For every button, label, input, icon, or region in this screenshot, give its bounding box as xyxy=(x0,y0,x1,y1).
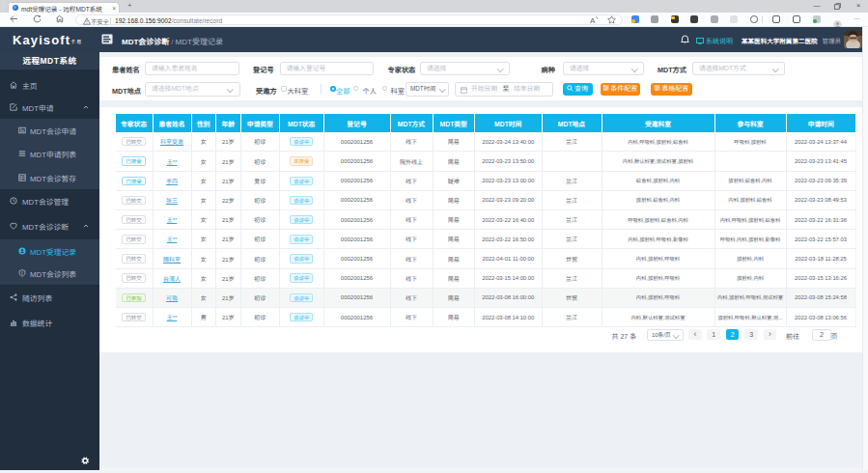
svg-text:A: A xyxy=(590,15,596,24)
